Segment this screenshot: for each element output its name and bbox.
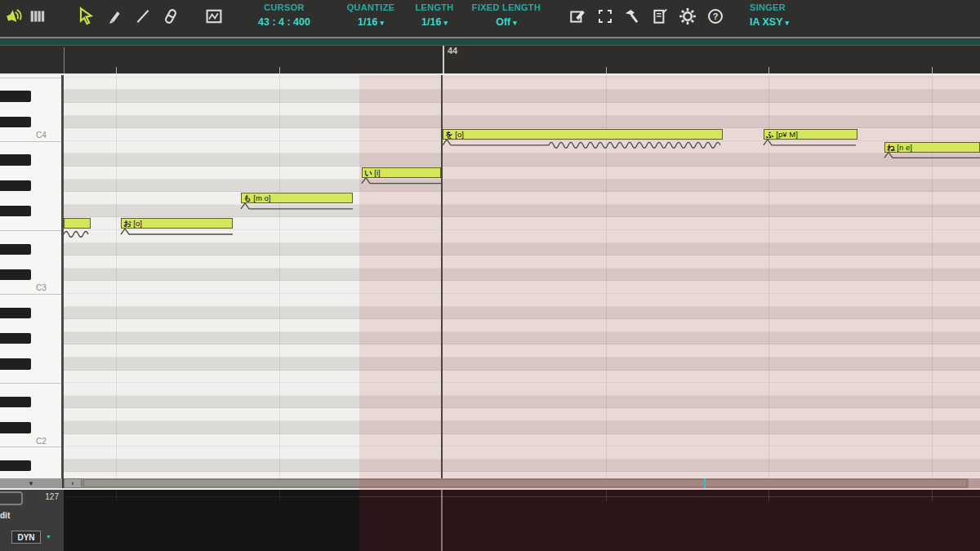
length-dropdown[interactable]: LENGTH 1/16▾ bbox=[410, 3, 459, 28]
note-grid[interactable]: お [o]も [m o]い [i]を [o]ふ [p¥ M]ね [n e] bbox=[64, 75, 980, 478]
ruler-edge-tick bbox=[64, 47, 65, 73]
fixed-length-dropdown[interactable]: FIXED LENGTH Off▾ bbox=[466, 3, 547, 28]
parameter-beat-tick bbox=[279, 490, 280, 501]
cursor-value: 43 : 4 : 400 bbox=[245, 17, 323, 28]
parameter-graph-area-tinted[interactable] bbox=[359, 490, 980, 551]
piano-key-black[interactable] bbox=[0, 397, 31, 408]
parameter-panel: 127 dit DYN ▼ bbox=[0, 490, 980, 551]
scrollbar-position-marker bbox=[704, 478, 706, 488]
piano-keys-icon[interactable] bbox=[27, 6, 48, 27]
maximize-icon[interactable] bbox=[595, 6, 616, 27]
ruler-beat-tick bbox=[932, 67, 933, 73]
timeline-ruler[interactable]: 44 bbox=[0, 38, 980, 73]
piano-key-black[interactable] bbox=[0, 308, 31, 319]
white-key-separator bbox=[0, 141, 61, 142]
scroll-left-button[interactable]: ‹ bbox=[64, 478, 82, 488]
piano-key-black[interactable] bbox=[0, 460, 31, 472]
white-key-separator bbox=[0, 294, 61, 295]
octave-label: C3 bbox=[36, 283, 59, 292]
ruler-beat-tick bbox=[279, 67, 280, 73]
note-lyric: も bbox=[243, 193, 252, 202]
piano-key-black[interactable] bbox=[0, 422, 31, 433]
pitch-draw-tool-icon[interactable] bbox=[203, 6, 225, 27]
note[interactable]: ね [n e] bbox=[884, 142, 980, 153]
cursor-readout: CURSOR 43 : 4 : 400 bbox=[245, 3, 323, 28]
svg-text:?: ? bbox=[713, 11, 719, 21]
piano-key-black[interactable] bbox=[0, 206, 31, 217]
note-phoneme: [i] bbox=[372, 168, 381, 177]
playhead-line-lower bbox=[441, 490, 443, 551]
parameter-beat-tick bbox=[116, 490, 117, 501]
cursor-label: CURSOR bbox=[245, 3, 323, 12]
note-phoneme: [m o] bbox=[252, 193, 271, 202]
settings-gear-icon[interactable] bbox=[677, 6, 698, 27]
beat-grid-line bbox=[116, 75, 117, 478]
note-lyric: い bbox=[364, 168, 372, 177]
piano-key-black[interactable] bbox=[0, 180, 31, 192]
parameter-scale-line bbox=[64, 496, 359, 497]
note[interactable] bbox=[64, 218, 91, 229]
parameter-panel-sidebar: 127 dit DYN ▼ bbox=[0, 490, 64, 551]
ruler-beat-tick bbox=[606, 67, 607, 73]
ruler-beat-tick bbox=[116, 67, 117, 73]
note-lyric: を bbox=[445, 130, 453, 139]
edit-pencil-icon[interactable] bbox=[567, 6, 588, 27]
parameter-scale-line-tinted bbox=[359, 496, 980, 497]
hammer-tool-icon[interactable] bbox=[621, 6, 642, 27]
note-phoneme: [n e] bbox=[895, 143, 912, 152]
note[interactable]: も [m o] bbox=[241, 193, 353, 203]
select-arrow-tool-icon[interactable] bbox=[75, 6, 96, 27]
piano-keyboard[interactable]: C4C3C2 bbox=[0, 75, 61, 478]
eraser-tool-icon[interactable] bbox=[160, 6, 181, 27]
octave-label: C2 bbox=[36, 437, 59, 446]
parameter-beat-tick bbox=[932, 490, 933, 501]
note[interactable]: い [i] bbox=[362, 167, 441, 178]
white-key-separator bbox=[0, 383, 61, 384]
vocal-editor-window: CURSOR 43 : 4 : 400 QUANTIZE 1/16▾ LENGT… bbox=[0, 0, 980, 551]
keyboard-grid-divider bbox=[61, 75, 64, 478]
piano-key-black[interactable] bbox=[0, 244, 31, 256]
chevron-down-icon[interactable]: ▼ bbox=[46, 534, 51, 540]
scrollbar-tint bbox=[359, 478, 980, 488]
note[interactable]: お [o] bbox=[121, 218, 233, 229]
beat-grid-line bbox=[279, 75, 280, 478]
line-tool-icon[interactable] bbox=[132, 6, 154, 27]
note-phoneme: [o] bbox=[131, 219, 142, 228]
measure-number: 44 bbox=[448, 46, 457, 56]
note-lyric: ね bbox=[887, 143, 895, 152]
chevron-down-icon: ▾ bbox=[380, 19, 384, 27]
scroll-down-button[interactable]: ▼ bbox=[0, 478, 64, 488]
piano-key-black[interactable] bbox=[0, 154, 31, 166]
note-phoneme: [o] bbox=[453, 130, 464, 139]
toolbar: CURSOR 43 : 4 : 400 QUANTIZE 1/16▾ LENGT… bbox=[0, 0, 980, 37]
note[interactable]: ふ [p¥ M] bbox=[764, 129, 858, 140]
white-key-separator bbox=[0, 230, 61, 231]
edit-label-truncated: dit bbox=[0, 511, 10, 520]
document-edit-icon[interactable] bbox=[649, 6, 670, 27]
chevron-down-icon: ▾ bbox=[513, 19, 517, 27]
parameter-beat-tick bbox=[606, 490, 607, 501]
note-lyric: お bbox=[123, 219, 131, 228]
note[interactable]: を [o] bbox=[443, 129, 723, 140]
beat-grid-line bbox=[932, 75, 933, 478]
chevron-down-icon: ▾ bbox=[786, 19, 790, 27]
white-key-separator bbox=[0, 447, 61, 447]
piano-roll[interactable]: お [o]も [m o]い [i]を [o]ふ [p¥ M]ね [n e] C4… bbox=[0, 75, 980, 478]
piano-key-black[interactable] bbox=[0, 358, 31, 370]
loop-range-band[interactable] bbox=[0, 38, 980, 46]
parameter-graph-area[interactable] bbox=[64, 490, 359, 551]
ruler-measure-tick bbox=[443, 46, 444, 73]
pen-tool-icon[interactable] bbox=[104, 6, 125, 27]
quantize-dropdown[interactable]: QUANTIZE 1/16▾ bbox=[333, 3, 408, 28]
note-lyric: ふ bbox=[766, 130, 774, 139]
parameter-beat-tick bbox=[768, 490, 769, 501]
singer-dropdown[interactable]: SINGER IA XSY▾ bbox=[750, 3, 840, 28]
help-icon[interactable]: ? bbox=[705, 6, 726, 27]
parameter-select-button[interactable]: DYN bbox=[11, 531, 41, 544]
speaker-icon[interactable] bbox=[3, 6, 24, 27]
piano-key-black[interactable] bbox=[0, 91, 31, 102]
piano-key-black[interactable] bbox=[0, 269, 31, 281]
piano-key-black[interactable] bbox=[0, 333, 31, 344]
piano-key-black[interactable] bbox=[0, 117, 31, 128]
note-phoneme: [p¥ M] bbox=[774, 130, 798, 139]
